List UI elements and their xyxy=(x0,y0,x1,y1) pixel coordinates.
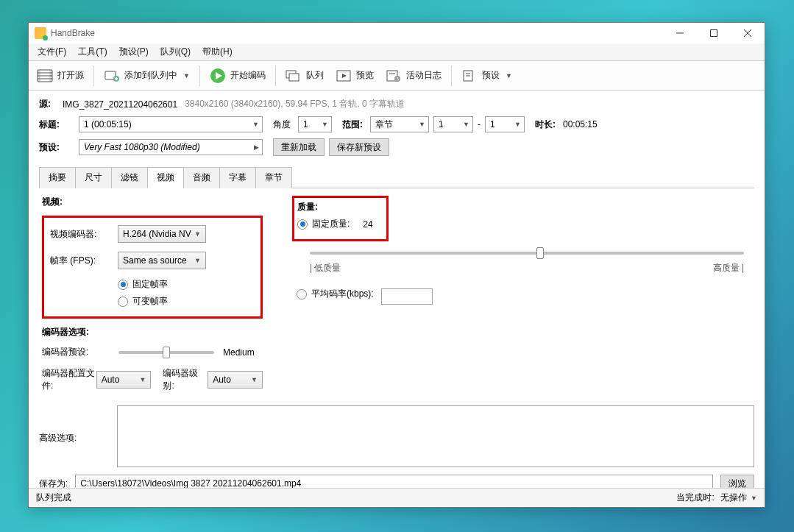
tab-summary[interactable]: 摘要 xyxy=(39,167,76,188)
constant-quality-value: 24 xyxy=(363,219,372,230)
encoder-level-select[interactable]: Auto▼ xyxy=(208,371,263,389)
encoder-preset-slider[interactable] xyxy=(118,351,214,354)
quality-slider[interactable] xyxy=(310,252,744,255)
activity-log-button[interactable]: 活动日志 xyxy=(380,65,447,87)
advanced-options-field[interactable] xyxy=(117,405,754,467)
title-select[interactable]: 1 (00:05:15)▼ xyxy=(79,116,263,132)
quality-section-title: 质量: xyxy=(297,201,373,213)
when-done-action[interactable]: 无操作 ▼ xyxy=(720,492,757,504)
menu-help[interactable]: 帮助(H) xyxy=(196,43,238,60)
constant-quality-radio[interactable]: 固定质量: 24 xyxy=(297,218,373,230)
range-from-select[interactable]: 1▼ xyxy=(433,116,473,132)
video-codec-select[interactable]: H.264 (Nvidia NV▼ xyxy=(118,225,206,243)
radio-dot-off xyxy=(297,289,307,299)
menu-file[interactable]: 文件(F) xyxy=(32,43,72,60)
save-path-field[interactable] xyxy=(75,475,713,488)
variable-fps-radio[interactable]: 可变帧率 xyxy=(118,295,168,308)
log-icon xyxy=(386,68,402,83)
svg-marker-19 xyxy=(342,74,347,78)
advanced-options-label: 高级选项: xyxy=(39,405,107,444)
tab-filters[interactable]: 滤镜 xyxy=(111,167,148,188)
tab-subtitles[interactable]: 字幕 xyxy=(219,167,256,188)
quality-scale-labels: | 低质量 高质量 | xyxy=(310,262,744,274)
range-type-select[interactable]: 章节▼ xyxy=(370,116,429,132)
encoder-profile-select[interactable]: Auto▼ xyxy=(96,371,152,389)
chevron-down-icon: ▼ xyxy=(194,230,201,238)
menu-queue[interactable]: 队列(Q) xyxy=(155,43,196,60)
open-source-button[interactable]: 打开源 xyxy=(32,65,89,87)
status-right: 当完成时: 无操作 ▼ xyxy=(676,492,757,504)
encoder-profile-label: 编码器配置文件: xyxy=(42,367,96,392)
encoder-profile-row: 编码器配置文件: Auto▼ 编码器级别: Auto▼ xyxy=(42,367,263,392)
toolbar-separator xyxy=(93,65,94,86)
status-bar: 队列完成 当完成时: 无操作 ▼ xyxy=(29,488,765,507)
fps-radio-group: 固定帧率 可变帧率 xyxy=(118,278,255,312)
menu-presets[interactable]: 预设(P) xyxy=(113,43,155,60)
tab-chapters[interactable]: 章节 xyxy=(255,167,292,188)
queue-button[interactable]: 队列 xyxy=(280,65,329,87)
chevron-down-icon: ▼ xyxy=(514,121,521,128)
svg-rect-1 xyxy=(711,30,717,37)
avg-bitrate-radio[interactable]: 平均码率(kbps): xyxy=(297,288,374,300)
reload-preset-button[interactable]: 重新加载 xyxy=(273,138,325,156)
duration-label: 时长: xyxy=(535,118,556,131)
film-icon xyxy=(37,68,53,83)
activity-log-label: 活动日志 xyxy=(406,69,442,82)
quality-panel: 质量: 固定质量: 24 | 低质量 高质量 | 平均码率(kbps): xyxy=(292,196,751,401)
chevron-down-icon: ▼ xyxy=(140,376,146,383)
slider-thumb[interactable] xyxy=(163,347,170,358)
constant-fps-radio[interactable]: 固定帧率 xyxy=(118,278,168,291)
menu-tools[interactable]: 工具(T) xyxy=(72,43,113,60)
tab-audio[interactable]: 音频 xyxy=(183,167,220,188)
title-row: 标题: 1 (00:05:15)▼ 角度 1▼ 范围: 章节▼ 1▼ - 1▼ … xyxy=(39,116,754,132)
radio-dot-on xyxy=(118,280,128,290)
angle-label: 角度 xyxy=(273,118,291,131)
tab-dimensions[interactable]: 尺寸 xyxy=(75,167,112,188)
browse-button[interactable]: 浏览 xyxy=(720,475,754,488)
range-to-select[interactable]: 1▼ xyxy=(485,116,525,132)
slider-thumb[interactable] xyxy=(536,247,544,259)
source-row: 源: IMG_3827_20211204062601 3840x2160 (38… xyxy=(39,98,754,110)
title-label: 标题: xyxy=(39,118,71,131)
fps-select[interactable]: Same as source▼ xyxy=(118,252,206,269)
radio-dot-on xyxy=(297,219,308,230)
toolbar: 打开源 添加到队列中 ▼ 开始编码 队列 预览 活动日志 预设 xyxy=(29,61,765,91)
add-to-queue-button[interactable]: 添加到队列中 ▼ xyxy=(99,65,195,87)
maximize-button[interactable] xyxy=(697,23,731,43)
tab-video[interactable]: 视频 xyxy=(147,167,184,188)
add-queue-icon xyxy=(104,68,120,83)
title-bar: HandBrake xyxy=(29,23,765,43)
add-to-queue-label: 添加到队列中 xyxy=(124,69,177,82)
preview-label: 预览 xyxy=(356,69,374,82)
video-panel: 视频: 视频编码器: H.264 (Nvidia NV▼ 帧率 (FPS): S… xyxy=(42,196,263,401)
quality-slider-wrap xyxy=(310,252,744,255)
duration-value: 00:05:15 xyxy=(563,119,598,130)
codec-label: 视频编码器: xyxy=(50,228,118,241)
chevron-down-icon: ▼ xyxy=(194,257,201,264)
save-preset-button[interactable]: 保存新预设 xyxy=(329,138,389,156)
app-icon xyxy=(35,27,46,39)
preset-select[interactable]: Very Fast 1080p30 (Modified)▶ xyxy=(79,139,263,155)
close-button[interactable] xyxy=(731,23,765,43)
chevron-down-icon: ▼ xyxy=(252,121,259,128)
high-quality-label: 高质量 xyxy=(713,263,740,273)
range-separator: - xyxy=(478,119,481,130)
fps-row: 帧率 (FPS): Same as source▼ xyxy=(50,252,255,269)
presets-button[interactable]: 预设 ▼ xyxy=(456,65,517,87)
chevron-down-icon: ▼ xyxy=(463,121,469,128)
minimize-button[interactable] xyxy=(663,23,697,43)
preview-button[interactable]: 预览 xyxy=(330,65,379,87)
fps-label: 帧率 (FPS): xyxy=(50,255,118,267)
avg-bitrate-field[interactable] xyxy=(381,288,433,305)
chevron-down-icon: ▼ xyxy=(751,494,757,502)
video-settings-box: 视频编码器: H.264 (Nvidia NV▼ 帧率 (FPS): Same … xyxy=(42,216,263,319)
preset-label: 预设: xyxy=(39,141,71,154)
start-encode-button[interactable]: 开始编码 xyxy=(205,65,271,87)
encoder-preset-row: 编码器预设: Medium xyxy=(42,346,263,358)
angle-select[interactable]: 1▼ xyxy=(298,116,332,132)
queue-label: 队列 xyxy=(306,69,324,82)
chevron-down-icon: ▼ xyxy=(419,121,425,128)
preview-icon xyxy=(336,68,352,83)
open-source-label: 打开源 xyxy=(57,69,84,82)
toolbar-separator xyxy=(275,65,276,86)
